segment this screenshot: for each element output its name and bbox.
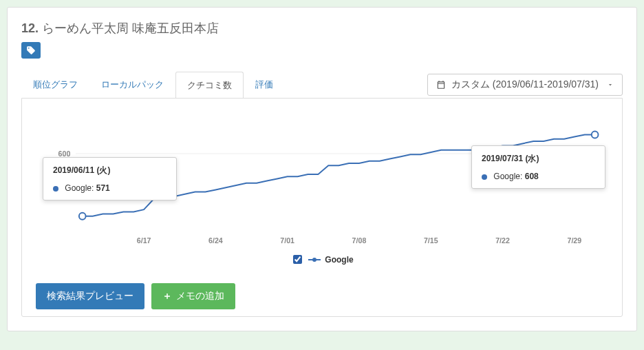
x-tick: 7/01 bbox=[280, 236, 294, 245]
store-name: らーめん平太周 味庵五反田本店 bbox=[42, 21, 219, 35]
x-tick: 6/17 bbox=[137, 236, 151, 245]
tab-rank-graph[interactable]: 順位グラフ bbox=[21, 71, 89, 99]
chevron-down-icon bbox=[607, 79, 614, 90]
legend-label: Google bbox=[325, 255, 353, 265]
x-tick: 7/15 bbox=[424, 236, 438, 245]
legend-toggle-google[interactable] bbox=[293, 255, 302, 264]
calendar-icon bbox=[436, 80, 446, 90]
tab-review-count[interactable]: クチコミ数 bbox=[175, 72, 244, 99]
svg-point-2 bbox=[592, 131, 599, 138]
tooltip-end: 2019/07/31 (水) Google: 608 bbox=[471, 145, 605, 189]
tag-button[interactable] bbox=[21, 42, 41, 59]
add-memo-button[interactable]: ＋ メモの追加 bbox=[151, 283, 235, 309]
tabs: 順位グラフ ローカルパック クチコミ数 評価 bbox=[21, 71, 427, 99]
search-result-preview-button[interactable]: 検索結果プレビュー bbox=[36, 283, 144, 309]
x-tick: 7/29 bbox=[568, 236, 582, 245]
chart-legend: Google bbox=[36, 253, 608, 266]
svg-point-1 bbox=[79, 213, 86, 220]
tab-rating[interactable]: 評価 bbox=[244, 71, 285, 99]
series-dot-icon bbox=[53, 186, 58, 192]
tab-local-pack[interactable]: ローカルパック bbox=[89, 71, 175, 99]
x-tick: 7/22 bbox=[495, 236, 510, 245]
tooltip-start-series: Google: bbox=[65, 183, 94, 193]
tooltip-start-value: 571 bbox=[96, 183, 110, 193]
tooltip-end-title: 2019/07/31 (水) bbox=[482, 153, 595, 165]
date-range-picker[interactable]: カスタム (2019/06/11-2019/07/31) bbox=[427, 74, 623, 96]
tag-icon bbox=[26, 45, 36, 55]
tooltip-end-series: Google: bbox=[493, 172, 522, 181]
legend-line-icon bbox=[308, 259, 321, 260]
x-tick: 6/24 bbox=[208, 236, 223, 245]
store-card: 12. らーめん平太周 味庵五反田本店 順位グラフ ローカルパック クチコミ数 … bbox=[7, 7, 637, 331]
plus-icon: ＋ bbox=[162, 290, 172, 302]
date-range-label: カスタム (2019/06/11-2019/07/31) bbox=[451, 79, 599, 91]
rank-number: 12. bbox=[21, 21, 39, 35]
tooltip-start: 2019/06/11 (火) Google: 571 bbox=[43, 157, 177, 200]
card-title: 12. らーめん平太周 味庵五反田本店 bbox=[21, 20, 623, 37]
tooltip-end-value: 608 bbox=[525, 172, 539, 181]
chart-panel: 600 6/176/247/017/087/157/227/29 2019/06… bbox=[21, 98, 623, 317]
tooltip-start-title: 2019/06/11 (火) bbox=[53, 165, 167, 176]
x-tick: 7/08 bbox=[352, 236, 367, 245]
series-dot-icon bbox=[482, 174, 487, 180]
